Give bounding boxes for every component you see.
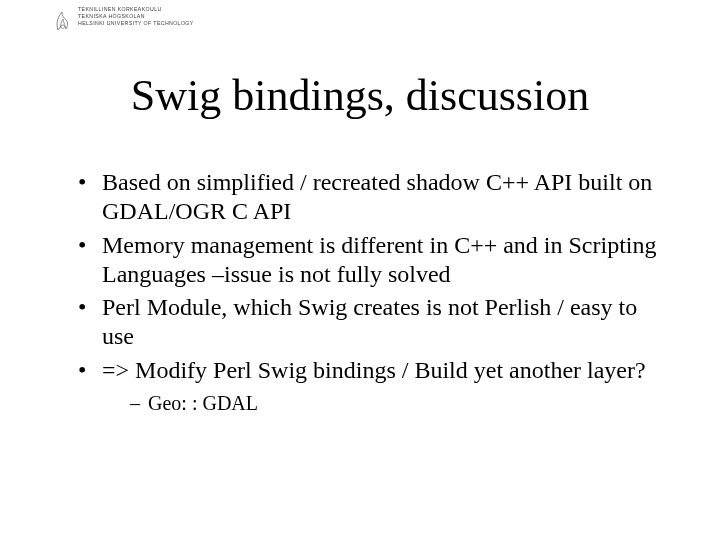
bullet-text: Memory management is different in C++ an… (102, 232, 657, 287)
list-item: => Modify Perl Swig bindings / Build yet… (78, 356, 658, 416)
slide: TEKNILLINEN KORKEAKOULU TEKNISKA HÖGSKOL… (0, 0, 720, 540)
institution-logo: TEKNILLINEN KORKEAKOULU TEKNISKA HÖGSKOL… (52, 6, 194, 32)
slide-body: Based on simplified / recreated shadow C… (78, 168, 658, 419)
bullet-list: Based on simplified / recreated shadow C… (78, 168, 658, 415)
bullet-text: => Modify Perl Swig bindings / Build yet… (102, 357, 646, 383)
list-item: Perl Module, which Swig creates is not P… (78, 293, 658, 352)
list-item: Geo: : GDAL (130, 391, 658, 415)
slide-title: Swig bindings, discussion (0, 70, 720, 121)
institution-name: TEKNILLINEN KORKEAKOULU TEKNISKA HÖGSKOL… (78, 6, 194, 27)
bullet-text: Perl Module, which Swig creates is not P… (102, 294, 637, 349)
institution-line-3: HELSINKI UNIVERSITY OF TECHNOLOGY (78, 20, 194, 27)
institution-line-1: TEKNILLINEN KORKEAKOULU (78, 6, 194, 13)
list-item: Memory management is different in C++ an… (78, 231, 658, 290)
institution-line-2: TEKNISKA HÖGSKOLAN (78, 13, 194, 20)
sub-bullet-text: Geo: : GDAL (148, 392, 258, 414)
bullet-text: Based on simplified / recreated shadow C… (102, 169, 652, 224)
flame-icon (52, 6, 72, 32)
list-item: Based on simplified / recreated shadow C… (78, 168, 658, 227)
sub-bullet-list: Geo: : GDAL (102, 391, 658, 415)
